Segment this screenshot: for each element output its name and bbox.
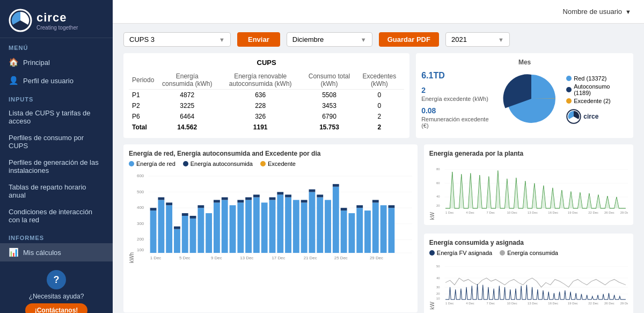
legend-label-excedente: Excedente (2) [574,98,610,104]
cell-excedentes: 2 [355,111,405,122]
svg-rect-30 [214,202,220,253]
svg-text:16 Dec: 16 Dec [548,211,558,214]
year-value: 2021 [451,35,467,43]
user-name: Nombre de usuario [563,8,623,16]
help-text: ¿Necesitas ayuda? [29,293,84,300]
pie-stat1-val: 6.1TD [421,71,496,81]
menu-section-label: MENÚ [0,38,113,53]
svg-text:22 Dec: 22 Dec [588,302,598,305]
cell-total: 15.753 [304,122,354,133]
right-chart2-ylabel: kW [429,302,435,309]
svg-text:29 Dec: 29 Dec [620,302,628,305]
contact-button[interactable]: ¡Contáctanos! [25,303,88,313]
svg-rect-46 [285,197,291,253]
legend-fv: Energía FV asignada [429,250,492,256]
legend-item-autoconsumo: Autoconsumo (1189) [566,83,628,96]
right-chart2-legend: Energía FV asignada Energía consumida [429,250,628,256]
bar-chart-container: Energía de red, Energía autoconsumida an… [123,144,418,312]
svg-text:26 Dec: 26 Dec [604,211,614,214]
dot-fv [429,250,435,256]
cell-consumida: 4872 [157,90,217,101]
svg-text:600: 600 [137,173,144,178]
pie-title: Mes [518,59,531,66]
cups-table: Periodo Energía consumida (kWh) Energía … [129,71,404,133]
right-chart1-title: Energía generada por la planta [429,150,628,157]
svg-rect-64 [372,202,379,253]
send-button[interactable]: Enviar [237,32,280,47]
svg-rect-68 [388,205,394,208]
svg-rect-31 [214,200,220,202]
help-circle-icon[interactable]: ? [47,270,66,289]
svg-rect-59 [341,208,347,210]
sidebar-item-mis-calculos[interactable]: 📊 Mis cálculos [0,243,113,261]
cell-renovable: 1191 [217,122,304,133]
selectors-row: CUPS 3 ▼ Enviar Diciembre ▼ Guardar PDF … [123,32,633,47]
svg-text:29 Dec: 29 Dec [620,211,628,214]
svg-rect-22 [174,227,180,229]
sidebar-item-tablas-reparto[interactable]: Tablas de reparto horario anual [0,179,113,203]
sidebar-item-principal[interactable]: 🏠 Principal [0,53,113,71]
sidebar-item-perfiles-consumo[interactable]: Perfiles de consumo por CUPS [0,129,113,154]
month-selector[interactable]: Diciembre ▼ [287,32,372,47]
svg-rect-34 [230,205,236,253]
svg-text:200: 200 [137,237,144,242]
svg-text:19 Dec: 19 Dec [568,302,578,305]
svg-text:500: 500 [137,190,144,194]
pie-stat2-label: Energía excedente (kWh) [421,96,496,102]
pie-chart-area [502,69,561,130]
informes-section-label: INFORMES [0,228,113,243]
svg-rect-35 [237,202,244,253]
col-consumida: Energía consumida (kWh) [157,71,217,90]
cell-periodo: P2 [129,100,157,111]
circe-small-logo [566,109,581,124]
sidebar-item-perfiles-consumo-label: Perfiles de consumo por CUPS [9,134,104,150]
cell-total: 6790 [304,111,354,122]
svg-text:26 Dec: 26 Dec [604,302,614,305]
col-total: Consumo total (kWh) [304,71,354,90]
legend-dot-red [566,76,572,81]
legend-dot-excedente [566,98,572,104]
bar-label-excedente: Excedente [268,161,296,167]
bar-chart-legend: Energía de red Energía autoconsumida Exc… [129,161,412,167]
pdf-button[interactable]: Guardar PDF [379,32,439,47]
svg-text:13 Dec: 13 Dec [528,211,538,214]
cell-total: 3453 [304,100,354,111]
cell-renovable: 636 [217,90,304,101]
inputs-section-label: INPUTS [0,90,113,105]
year-chevron-icon: ▼ [498,37,504,43]
right-chart1-svg: 80 60 40 20 1 Dec [436,161,628,220]
bar-dot-red [129,161,134,166]
sidebar-item-condiciones[interactable]: Condiciones de interacción con la red [0,203,113,228]
topbar: Nombre de usuario ▼ [113,0,644,24]
svg-rect-17 [158,200,164,253]
cell-consumida: 6464 [157,111,217,122]
bar-legend-excedente: Excedente [260,161,296,167]
year-selector[interactable]: 2021 ▼ [445,32,510,47]
svg-rect-27 [197,208,204,253]
svg-text:29 Dec: 29 Dec [370,256,383,260]
user-menu[interactable]: Nombre de usuario ▼ [563,8,631,16]
cups-selector[interactable]: CUPS 3 ▼ [123,32,231,47]
sidebar-item-condiciones-label: Condiciones de interacción con la red [9,208,104,224]
bar-legend-red: Energía de red [129,161,175,167]
svg-text:40: 40 [436,276,440,280]
svg-text:4 Dec: 4 Dec [466,211,474,214]
sidebar-item-perfiles-generacion[interactable]: Perfiles de generación de las instalacio… [0,154,113,179]
svg-text:20: 20 [436,204,440,207]
svg-text:10: 10 [436,297,440,300]
svg-text:16 Dec: 16 Dec [548,302,558,305]
sidebar-item-lista-cups[interactable]: Lista de CUPS y tarifas de acceso [0,105,113,129]
sidebar-item-mis-calculos-label: Mis cálculos [23,249,61,257]
svg-rect-41 [261,202,268,253]
cell-excedentes: 0 [355,100,405,111]
legend-item-excedente: Excedente (2) [566,98,628,104]
svg-text:9 Dec: 9 Dec [211,256,222,260]
sidebar-item-perfil[interactable]: 👤 Perfil de usuario [0,71,113,90]
cups-chevron-icon: ▼ [219,37,225,43]
svg-text:1 Dec: 1 Dec [150,256,162,260]
svg-rect-36 [237,200,244,202]
right-chart2-title: Energía consumida y asignada [429,239,628,246]
cell-renovable: 326 [217,111,304,122]
main-content: Nombre de usuario ▼ CUPS 3 ▼ Enviar Dici… [113,0,644,313]
svg-text:13 Dec: 13 Dec [240,256,253,260]
